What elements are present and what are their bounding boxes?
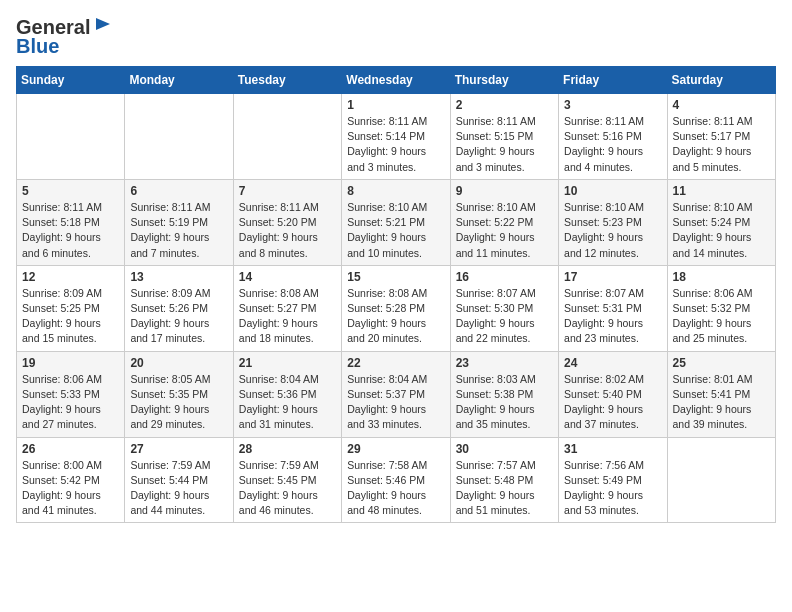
calendar-cell: 22Sunrise: 8:04 AM Sunset: 5:37 PM Dayli… — [342, 351, 450, 437]
weekday-header-wednesday: Wednesday — [342, 67, 450, 94]
page-container: General Blue SundayMondayTuesdayWednesda… — [0, 0, 792, 531]
day-info: Sunrise: 8:07 AM Sunset: 5:31 PM Dayligh… — [564, 286, 661, 347]
logo: General Blue — [16, 16, 114, 58]
calendar-table: SundayMondayTuesdayWednesdayThursdayFrid… — [16, 66, 776, 523]
weekday-header-saturday: Saturday — [667, 67, 775, 94]
calendar-cell: 15Sunrise: 8:08 AM Sunset: 5:28 PM Dayli… — [342, 265, 450, 351]
day-number: 31 — [564, 442, 661, 456]
calendar-cell: 28Sunrise: 7:59 AM Sunset: 5:45 PM Dayli… — [233, 437, 341, 523]
calendar-cell: 10Sunrise: 8:10 AM Sunset: 5:23 PM Dayli… — [559, 179, 667, 265]
calendar-cell — [667, 437, 775, 523]
day-info: Sunrise: 8:04 AM Sunset: 5:37 PM Dayligh… — [347, 372, 444, 433]
day-info: Sunrise: 8:06 AM Sunset: 5:33 PM Dayligh… — [22, 372, 119, 433]
calendar-cell: 24Sunrise: 8:02 AM Sunset: 5:40 PM Dayli… — [559, 351, 667, 437]
calendar-cell — [233, 94, 341, 180]
week-row-3: 12Sunrise: 8:09 AM Sunset: 5:25 PM Dayli… — [17, 265, 776, 351]
day-number: 24 — [564, 356, 661, 370]
day-number: 20 — [130, 356, 227, 370]
day-number: 22 — [347, 356, 444, 370]
day-number: 6 — [130, 184, 227, 198]
calendar-header: SundayMondayTuesdayWednesdayThursdayFrid… — [17, 67, 776, 94]
logo-blue-text: Blue — [16, 35, 59, 58]
day-info: Sunrise: 7:59 AM Sunset: 5:45 PM Dayligh… — [239, 458, 336, 519]
week-row-2: 5Sunrise: 8:11 AM Sunset: 5:18 PM Daylig… — [17, 179, 776, 265]
day-number: 17 — [564, 270, 661, 284]
day-number: 3 — [564, 98, 661, 112]
calendar-cell: 13Sunrise: 8:09 AM Sunset: 5:26 PM Dayli… — [125, 265, 233, 351]
weekday-row: SundayMondayTuesdayWednesdayThursdayFrid… — [17, 67, 776, 94]
day-number: 25 — [673, 356, 770, 370]
calendar-cell: 20Sunrise: 8:05 AM Sunset: 5:35 PM Dayli… — [125, 351, 233, 437]
calendar-cell: 26Sunrise: 8:00 AM Sunset: 5:42 PM Dayli… — [17, 437, 125, 523]
day-number: 7 — [239, 184, 336, 198]
weekday-header-sunday: Sunday — [17, 67, 125, 94]
calendar-cell: 5Sunrise: 8:11 AM Sunset: 5:18 PM Daylig… — [17, 179, 125, 265]
day-info: Sunrise: 8:03 AM Sunset: 5:38 PM Dayligh… — [456, 372, 553, 433]
calendar-cell: 29Sunrise: 7:58 AM Sunset: 5:46 PM Dayli… — [342, 437, 450, 523]
day-number: 28 — [239, 442, 336, 456]
day-info: Sunrise: 8:11 AM Sunset: 5:20 PM Dayligh… — [239, 200, 336, 261]
calendar-cell: 16Sunrise: 8:07 AM Sunset: 5:30 PM Dayli… — [450, 265, 558, 351]
day-number: 16 — [456, 270, 553, 284]
calendar-cell: 19Sunrise: 8:06 AM Sunset: 5:33 PM Dayli… — [17, 351, 125, 437]
weekday-header-friday: Friday — [559, 67, 667, 94]
day-info: Sunrise: 8:11 AM Sunset: 5:18 PM Dayligh… — [22, 200, 119, 261]
day-info: Sunrise: 8:11 AM Sunset: 5:17 PM Dayligh… — [673, 114, 770, 175]
day-info: Sunrise: 8:04 AM Sunset: 5:36 PM Dayligh… — [239, 372, 336, 433]
day-info: Sunrise: 8:00 AM Sunset: 5:42 PM Dayligh… — [22, 458, 119, 519]
day-info: Sunrise: 8:05 AM Sunset: 5:35 PM Dayligh… — [130, 372, 227, 433]
day-number: 15 — [347, 270, 444, 284]
calendar-cell: 18Sunrise: 8:06 AM Sunset: 5:32 PM Dayli… — [667, 265, 775, 351]
calendar-cell: 3Sunrise: 8:11 AM Sunset: 5:16 PM Daylig… — [559, 94, 667, 180]
calendar-cell: 31Sunrise: 7:56 AM Sunset: 5:49 PM Dayli… — [559, 437, 667, 523]
day-info: Sunrise: 7:57 AM Sunset: 5:48 PM Dayligh… — [456, 458, 553, 519]
calendar-cell: 17Sunrise: 8:07 AM Sunset: 5:31 PM Dayli… — [559, 265, 667, 351]
day-number: 29 — [347, 442, 444, 456]
day-number: 4 — [673, 98, 770, 112]
day-number: 1 — [347, 98, 444, 112]
day-number: 9 — [456, 184, 553, 198]
day-info: Sunrise: 8:01 AM Sunset: 5:41 PM Dayligh… — [673, 372, 770, 433]
calendar-cell: 2Sunrise: 8:11 AM Sunset: 5:15 PM Daylig… — [450, 94, 558, 180]
day-number: 19 — [22, 356, 119, 370]
calendar-cell — [17, 94, 125, 180]
day-number: 8 — [347, 184, 444, 198]
day-info: Sunrise: 8:11 AM Sunset: 5:19 PM Dayligh… — [130, 200, 227, 261]
day-number: 10 — [564, 184, 661, 198]
calendar-cell: 27Sunrise: 7:59 AM Sunset: 5:44 PM Dayli… — [125, 437, 233, 523]
calendar-cell: 14Sunrise: 8:08 AM Sunset: 5:27 PM Dayli… — [233, 265, 341, 351]
day-number: 18 — [673, 270, 770, 284]
day-number: 30 — [456, 442, 553, 456]
logo-flag-icon — [92, 16, 114, 38]
calendar-cell: 12Sunrise: 8:09 AM Sunset: 5:25 PM Dayli… — [17, 265, 125, 351]
day-number: 13 — [130, 270, 227, 284]
day-info: Sunrise: 8:10 AM Sunset: 5:24 PM Dayligh… — [673, 200, 770, 261]
day-info: Sunrise: 8:11 AM Sunset: 5:16 PM Dayligh… — [564, 114, 661, 175]
svg-marker-0 — [96, 18, 110, 30]
day-info: Sunrise: 8:09 AM Sunset: 5:26 PM Dayligh… — [130, 286, 227, 347]
day-info: Sunrise: 8:06 AM Sunset: 5:32 PM Dayligh… — [673, 286, 770, 347]
calendar-cell: 21Sunrise: 8:04 AM Sunset: 5:36 PM Dayli… — [233, 351, 341, 437]
header: General Blue — [16, 16, 776, 58]
day-number: 12 — [22, 270, 119, 284]
calendar-cell — [125, 94, 233, 180]
day-number: 23 — [456, 356, 553, 370]
day-info: Sunrise: 8:10 AM Sunset: 5:21 PM Dayligh… — [347, 200, 444, 261]
weekday-header-tuesday: Tuesday — [233, 67, 341, 94]
calendar-body: 1Sunrise: 8:11 AM Sunset: 5:14 PM Daylig… — [17, 94, 776, 523]
weekday-header-monday: Monday — [125, 67, 233, 94]
calendar-cell: 1Sunrise: 8:11 AM Sunset: 5:14 PM Daylig… — [342, 94, 450, 180]
day-number: 14 — [239, 270, 336, 284]
day-number: 27 — [130, 442, 227, 456]
calendar-cell: 30Sunrise: 7:57 AM Sunset: 5:48 PM Dayli… — [450, 437, 558, 523]
weekday-header-thursday: Thursday — [450, 67, 558, 94]
day-info: Sunrise: 7:58 AM Sunset: 5:46 PM Dayligh… — [347, 458, 444, 519]
week-row-4: 19Sunrise: 8:06 AM Sunset: 5:33 PM Dayli… — [17, 351, 776, 437]
calendar-cell: 23Sunrise: 8:03 AM Sunset: 5:38 PM Dayli… — [450, 351, 558, 437]
calendar-cell: 7Sunrise: 8:11 AM Sunset: 5:20 PM Daylig… — [233, 179, 341, 265]
calendar-cell: 6Sunrise: 8:11 AM Sunset: 5:19 PM Daylig… — [125, 179, 233, 265]
day-number: 11 — [673, 184, 770, 198]
day-info: Sunrise: 8:09 AM Sunset: 5:25 PM Dayligh… — [22, 286, 119, 347]
day-info: Sunrise: 8:02 AM Sunset: 5:40 PM Dayligh… — [564, 372, 661, 433]
calendar-cell: 4Sunrise: 8:11 AM Sunset: 5:17 PM Daylig… — [667, 94, 775, 180]
